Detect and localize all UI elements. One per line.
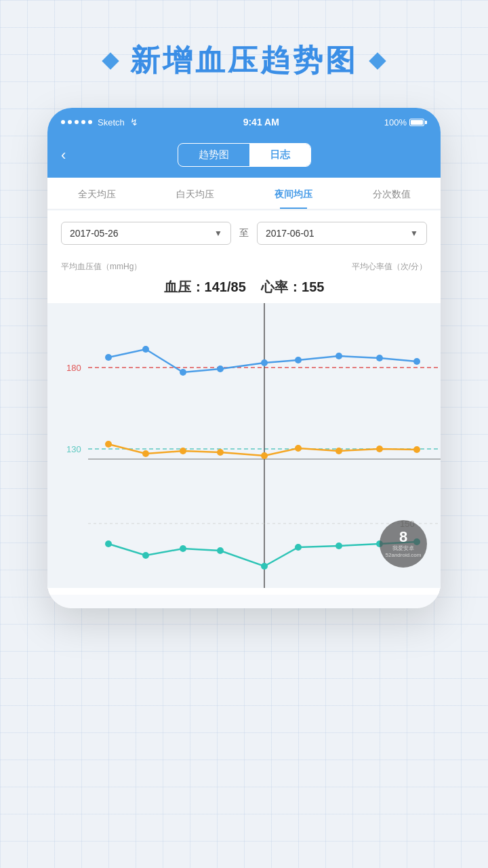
orange-dot-9 [413, 446, 420, 453]
hr-value: 155 [302, 279, 324, 294]
sub-tab-night[interactable]: 夜间均压 [244, 178, 342, 209]
tab-log[interactable]: 日志 [249, 144, 310, 166]
date-from-picker[interactable]: 2017-05-26 ▼ [61, 222, 231, 245]
date-to-value: 2017-06-01 [266, 228, 314, 239]
tab-switcher: 趋势图 日志 [178, 143, 311, 167]
blue-dot-3 [180, 369, 186, 376]
battery-fill [411, 120, 423, 125]
signal-dot-3 [75, 120, 79, 124]
orange-dot-3 [180, 448, 186, 454]
tab-trend[interactable]: 趋势图 [178, 144, 249, 166]
battery-body [409, 119, 424, 126]
watermark-number: 8 [399, 530, 407, 545]
teal-dot-5 [261, 563, 268, 570]
battery-percent: 100% [384, 117, 407, 127]
orange-dot-8 [376, 446, 383, 452]
blue-dot-6 [295, 357, 302, 363]
blue-dot-5 [261, 359, 268, 366]
chevron-down-icon-from: ▼ [214, 229, 222, 238]
diamond-right-icon [369, 52, 386, 69]
teal-dot-7 [336, 542, 342, 549]
watermark-line1: 我爱安卓 [392, 545, 414, 552]
blue-dot-4 [217, 366, 224, 372]
bp-value: 141/85 [205, 279, 246, 294]
date-to-picker[interactable]: 2017-06-01 ▼ [257, 222, 427, 245]
status-left: Sketch ↯ [61, 117, 138, 127]
chevron-down-icon-to: ▼ [410, 229, 418, 238]
orange-dot-5 [261, 452, 268, 459]
orange-dot-4 [217, 449, 224, 456]
battery-tip [425, 121, 427, 124]
chart-left-label: 平均血压值（mmHg） [61, 261, 142, 273]
sub-tab-all[interactable]: 全天均压 [47, 178, 146, 209]
ref-label-180: 180 [66, 363, 81, 373]
phone-mockup: Sketch ↯ 9:41 AM 100% ‹ 趋势图 日志 [47, 108, 441, 608]
status-time: 9:41 AM [243, 117, 279, 127]
date-separator: 至 [239, 227, 249, 239]
orange-dot-7 [336, 448, 342, 454]
teal-dot-3 [180, 545, 186, 552]
teal-dot-6 [295, 544, 302, 551]
date-range: 2017-05-26 ▼ 至 2017-06-01 ▼ [47, 211, 441, 256]
sub-tab-detail[interactable]: 分次数值 [342, 178, 441, 209]
watermark-line2: 52android.com [386, 552, 422, 558]
date-from-value: 2017-05-26 [70, 228, 119, 239]
page-title-area: 新增血压趋势图 [0, 0, 488, 108]
signal-dot-5 [88, 120, 92, 124]
signal-dot-4 [81, 120, 85, 124]
orange-dot-2 [142, 450, 149, 457]
page-background: 新增血压趋势图 Sketch ↯ 9:41 AM 100% [0, 0, 488, 868]
battery-icon [409, 119, 427, 126]
carrier-label: Sketch [98, 117, 125, 127]
blue-dot-9 [413, 358, 420, 365]
sub-tab-day[interactable]: 白天均压 [146, 178, 244, 209]
sub-tabs: 全天均压 白天均压 夜间均压 分次数值 [47, 178, 441, 210]
blue-dot-8 [376, 355, 383, 361]
teal-dot-2 [142, 552, 149, 559]
signal-dot-2 [68, 120, 72, 124]
bp-label: 血压： [164, 279, 205, 294]
diamond-left-icon [102, 52, 119, 69]
watermark: 8 我爱安卓 52android.com [380, 520, 427, 568]
hr-label: 心率： [261, 279, 302, 294]
back-button[interactable]: ‹ [61, 146, 66, 164]
chart-svg-container: 180 130 150 [47, 303, 441, 588]
status-bar: Sketch ↯ 9:41 AM 100% [47, 108, 441, 135]
blue-dot-7 [336, 353, 342, 359]
signal-dot-1 [61, 120, 65, 124]
bp-hr-summary: 血压：141/85 心率：155 [47, 274, 441, 303]
chart-wrapper: 平均血压值（mmHg） 平均心率值（次/分） 血压：141/85 心率：155 [47, 256, 441, 595]
wifi-icon: ↯ [130, 117, 138, 127]
blue-dot-2 [142, 346, 149, 353]
content-area: 全天均压 白天均压 夜间均压 分次数值 2017-05-26 ▼ 至 2017-… [47, 178, 441, 608]
ref-label-130: 130 [66, 444, 81, 454]
orange-dot-6 [295, 445, 302, 452]
teal-dot-4 [217, 547, 224, 554]
page-title: 新增血压趋势图 [130, 41, 358, 81]
orange-dot-1 [105, 441, 112, 448]
chart-right-label: 平均心率值（次/分） [352, 261, 427, 273]
nav-bar: ‹ 趋势图 日志 [47, 135, 441, 178]
chart-axis-labels: 平均血压值（mmHg） 平均心率值（次/分） [47, 256, 441, 274]
teal-dot-1 [105, 540, 112, 547]
status-right: 100% [384, 117, 427, 127]
blue-dot-1 [105, 354, 112, 361]
